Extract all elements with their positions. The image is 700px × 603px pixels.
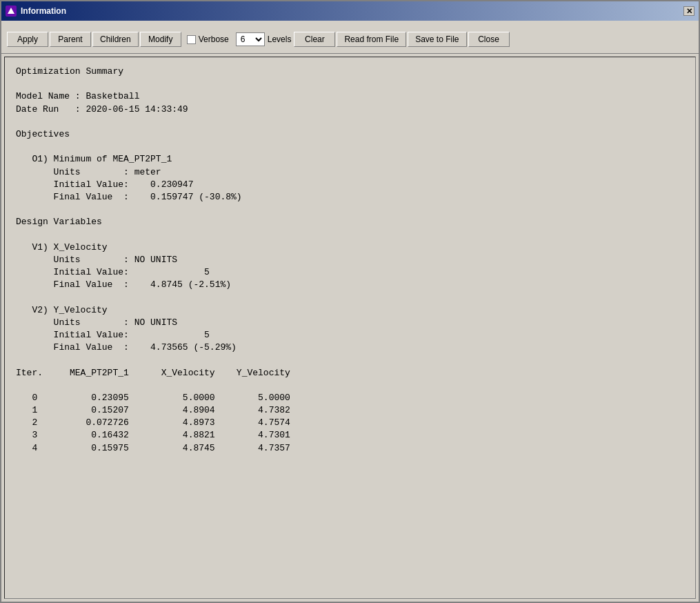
content-text: Optimization Summary Model Name : Basket… — [16, 66, 684, 455]
apply-button[interactable]: Apply — [7, 32, 48, 47]
clear-button[interactable]: Clear — [294, 32, 335, 47]
window-close-button[interactable]: ✕ — [683, 6, 694, 16]
content-area: Optimization Summary Model Name : Basket… — [4, 57, 696, 599]
verbose-area: Verbose — [183, 34, 233, 44]
levels-select[interactable]: 6 1 2 3 4 5 7 8 — [236, 32, 265, 46]
svg-marker-0 — [8, 8, 14, 14]
levels-label: Levels — [268, 34, 292, 44]
verbose-checkbox[interactable] — [187, 35, 196, 44]
close-button[interactable]: Close — [468, 32, 510, 47]
title-bar: Information ✕ — [1, 1, 699, 21]
save-to-file-button[interactable]: Save to File — [408, 32, 466, 47]
window-title: Information — [21, 6, 66, 16]
read-from-file-button[interactable]: Read from File — [337, 32, 406, 47]
information-window: Information ✕ Apply Parent Children Modi… — [0, 0, 700, 603]
title-bar-left: Information — [6, 6, 66, 17]
verbose-label: Verbose — [199, 34, 229, 44]
toolbar: Apply Parent Children Modify Verbose 6 1… — [1, 28, 699, 54]
parent-button[interactable]: Parent — [50, 32, 91, 47]
children-button[interactable]: Children — [92, 32, 139, 47]
app-icon — [6, 6, 17, 17]
modify-button[interactable]: Modify — [140, 32, 181, 47]
levels-area: 6 1 2 3 4 5 7 8 Levels — [234, 32, 293, 46]
